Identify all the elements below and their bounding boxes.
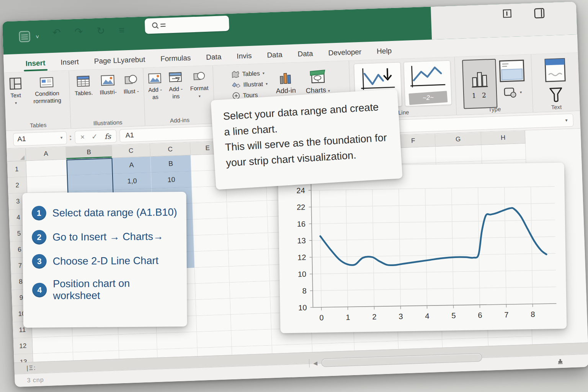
row-header-12[interactable]: 12 — [13, 338, 33, 354]
cell[interactable] — [26, 160, 67, 177]
tab-help[interactable]: Help — [370, 43, 399, 59]
charts-button[interactable]: Charts ▾ — [303, 65, 332, 97]
cell[interactable] — [231, 329, 272, 347]
cell[interactable] — [227, 201, 268, 219]
cell[interactable] — [229, 249, 269, 267]
shapes-button[interactable]: Illust - — [121, 71, 141, 97]
column-header-g[interactable]: G — [435, 132, 482, 147]
table-icon — [76, 75, 90, 88]
repeat-icon[interactable]: ↻ — [96, 25, 105, 37]
undo-icon[interactable]: ↶ — [52, 26, 61, 39]
add-ins-button[interactable]: Add -ins — [166, 70, 185, 102]
cell[interactable]: A — [112, 157, 151, 174]
cell[interactable] — [196, 315, 231, 332]
format-button[interactable]: Format ▾ — [187, 69, 211, 101]
cell[interactable] — [33, 336, 73, 354]
line-chart-alt-thumbnail[interactable]: ~2~ — [403, 60, 452, 106]
cell[interactable] — [230, 297, 271, 315]
pin-icon[interactable] — [557, 358, 564, 365]
minimize-button[interactable] — [502, 8, 512, 19]
bar-chart-icon — [279, 71, 292, 85]
column-header-c[interactable]: C — [112, 144, 150, 158]
tab-page-llyarebut[interactable]: Page LLyarebut — [87, 52, 152, 69]
tables-menu-button[interactable]: Tables ▾ — [231, 69, 267, 78]
cell[interactable] — [229, 265, 270, 283]
ribbon-group-illustrations: Tables. Illustri- — [69, 68, 145, 129]
row-header-2[interactable]: 2 — [8, 177, 27, 194]
tab-data[interactable]: Data — [199, 49, 228, 65]
cell[interactable] — [73, 335, 119, 352]
redo-icon[interactable]: ↷ — [74, 26, 83, 38]
insert-function-icon[interactable]: fs — [105, 132, 111, 140]
cell[interactable]: 1,0 — [113, 173, 152, 190]
svg-text:12: 12 — [297, 253, 306, 261]
tab-invis[interactable]: Invis — [230, 48, 258, 64]
cell[interactable] — [195, 266, 230, 284]
tab-developer[interactable]: Developer — [322, 44, 368, 60]
cell[interactable] — [482, 144, 526, 161]
chevron-down-icon[interactable]: ▾ — [565, 118, 568, 123]
conditional-formatting-button[interactable]: Condition rormratting — [26, 74, 67, 107]
cell[interactable] — [193, 218, 228, 235]
row-header-13[interactable]: 13 — [14, 354, 33, 363]
step-text: Choose 2-D Line Chart — [53, 255, 158, 267]
cell[interactable]: B — [150, 155, 191, 173]
scroll-left-icon[interactable]: ◀ — [313, 360, 317, 366]
column-header-c[interactable]: C — [150, 142, 191, 157]
text-panel-thumbnail[interactable] — [544, 58, 566, 82]
tab-formulas[interactable]: Formulas — [154, 51, 198, 67]
cell[interactable] — [228, 233, 269, 251]
cell[interactable] — [196, 299, 230, 316]
ribbon-group-text: Text — [531, 53, 580, 112]
menu-icon[interactable]: ≡ — [119, 24, 125, 36]
select-all-corner[interactable]: ◢ — [7, 148, 26, 162]
cell[interactable]: 10 — [151, 171, 192, 189]
row-header-1[interactable]: 1 — [7, 161, 27, 178]
add-in-button[interactable]: Add-in — [273, 66, 298, 97]
cell[interactable] — [227, 217, 268, 235]
tab-insert[interactable]: Insert — [19, 56, 52, 71]
cancel-icon[interactable]: × — [80, 133, 85, 141]
cell[interactable] — [27, 176, 67, 193]
cell[interactable] — [157, 332, 197, 350]
cell[interactable] — [230, 281, 270, 299]
cell[interactable] — [197, 331, 232, 348]
cell[interactable] — [67, 174, 113, 192]
tables-menu-label: Tables — [242, 70, 260, 78]
group-label-illustrations: Illustrations — [71, 118, 145, 127]
name-box[interactable]: A1 ▾ — [13, 131, 67, 146]
cell[interactable] — [194, 234, 229, 252]
tab-insert[interactable]: Insert — [54, 54, 86, 70]
tab-data[interactable]: Data — [291, 46, 320, 62]
dialog-preview-thumbnail[interactable] — [499, 59, 525, 82]
column-header-b[interactable]: B — [66, 145, 112, 160]
svg-text:22: 22 — [297, 203, 305, 211]
search-input[interactable] — [145, 16, 229, 34]
svg-text:10: 10 — [298, 303, 307, 312]
column-chart-type-thumbnail[interactable]: 1 2 — [462, 59, 497, 109]
sheet-tabs-icon[interactable]: |Ξ: — [26, 364, 36, 371]
cell[interactable] — [231, 313, 271, 331]
tables-button[interactable]: Tables. — [72, 73, 95, 99]
logo-dropdown-icon[interactable]: ˅ — [36, 33, 39, 40]
text-button[interactable]: Text ▾ — [7, 75, 24, 107]
cell[interactable] — [195, 283, 230, 300]
cell[interactable] — [119, 333, 157, 351]
svg-text:16: 16 — [297, 220, 306, 228]
column-header-h[interactable]: H — [481, 131, 526, 145]
tab-data[interactable]: Data — [260, 47, 289, 63]
pictures-button[interactable]: Illustri- — [97, 72, 119, 98]
add-as-button[interactable]: Add -as — [146, 70, 165, 103]
cell[interactable] — [66, 158, 113, 176]
cell[interactable] — [193, 202, 227, 219]
enter-icon[interactable]: ✓ — [91, 132, 98, 141]
cell[interactable] — [436, 145, 482, 163]
conditional-formatting-icon — [39, 76, 54, 88]
cell[interactable] — [194, 250, 229, 268]
funnel-icon[interactable] — [547, 86, 565, 103]
shapes-dropdown-button[interactable]: ▾ — [503, 86, 522, 99]
formula-bar-expand-arrows[interactable]: ▸▸ — [70, 134, 72, 140]
column-header-a[interactable]: A — [26, 147, 66, 161]
maximize-button[interactable] — [533, 7, 545, 19]
illustrations-menu-button[interactable]: Illustrat ▾ — [231, 80, 268, 89]
